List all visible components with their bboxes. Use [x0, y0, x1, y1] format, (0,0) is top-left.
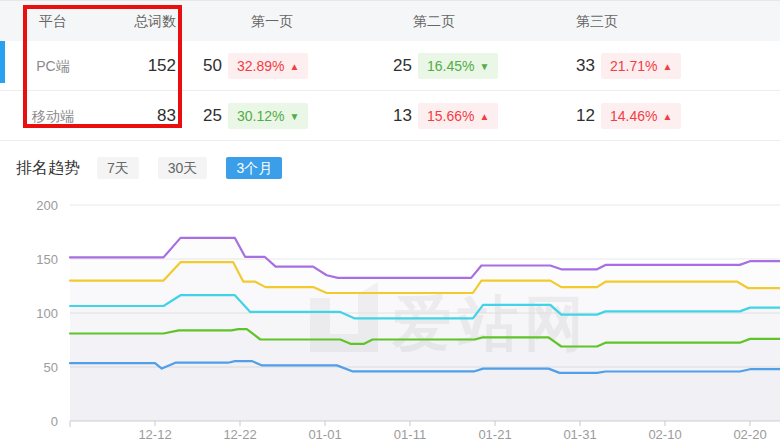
y-axis-label-150: 150 [36, 252, 58, 267]
page-2-count: 25 [366, 41, 412, 91]
y-axis-label-0: 0 [51, 414, 58, 429]
page-2-count: 13 [366, 91, 412, 141]
table-row[interactable]: 移动端832530.12%▼1315.66%▲1214.46%▲ [0, 91, 780, 141]
page-1-count: 25 [176, 91, 222, 141]
table-row[interactable]: PC端1525032.89%▲2516.45%▼3321.71%▲ [0, 41, 780, 91]
total-words-value: 83 [100, 91, 176, 141]
rank-dashboard: 平台 总词数 第一页 第二页 第三页 PC端1525032.89%▲2516.4… [0, 0, 780, 445]
arrow-up-icon: ▲ [662, 61, 672, 72]
arrow-up-icon: ▲ [662, 111, 672, 122]
page-1-change-badge: 30.12%▼ [228, 103, 308, 129]
tab-3-months[interactable]: 3个月 [226, 157, 282, 179]
page-3-change-badge: 21.71%▲ [601, 53, 681, 79]
x-axis-label-02-20: 02-20 [733, 427, 766, 442]
trend-toolbar: 排名趋势 7天 30天 3个月 [0, 142, 780, 194]
page-2-change-badge: 16.45%▼ [418, 53, 498, 79]
platform-label: PC端 [0, 41, 106, 91]
x-axis-label-12-12: 12-12 [138, 427, 171, 442]
col-header-page-2: 第二页 [354, 1, 514, 41]
x-axis-label-12-22: 12-22 [223, 427, 256, 442]
arrow-down-icon: ▼ [289, 111, 299, 122]
trend-title: 排名趋势 [16, 158, 80, 179]
x-axis-label-01-21: 01-21 [478, 427, 511, 442]
arrow-down-icon: ▼ [479, 61, 489, 72]
x-axis-label-01-01: 01-01 [308, 427, 341, 442]
arrow-up-icon: ▲ [479, 111, 489, 122]
page-2-change-badge: 15.66%▲ [418, 103, 498, 129]
y-axis-label-50: 50 [44, 360, 58, 375]
page-3-count: 33 [549, 41, 595, 91]
y-axis-label-200: 200 [36, 198, 58, 213]
platform-label: 移动端 [0, 91, 106, 141]
total-words-value: 152 [100, 41, 176, 91]
col-header-page-1: 第一页 [192, 1, 352, 41]
x-axis-label-02-10: 02-10 [648, 427, 681, 442]
table-header-row: 平台 总词数 第一页 第二页 第三页 [0, 1, 780, 42]
col-header-total-words: 总词数 [100, 1, 176, 41]
col-header-page-3: 第三页 [517, 1, 677, 41]
trend-chart-canvas[interactable]: 05010015020012-1212-2201-0101-1101-2101-… [0, 195, 780, 445]
page-1-change-badge: 32.89%▲ [228, 53, 308, 79]
page-3-change-badge: 14.46%▲ [601, 103, 681, 129]
col-header-platform: 平台 [0, 1, 106, 41]
tab-7-days[interactable]: 7天 [97, 157, 139, 179]
arrow-up-icon: ▲ [289, 61, 299, 72]
x-axis-label-01-11: 01-11 [394, 427, 426, 442]
y-axis-label-100: 100 [36, 306, 58, 321]
page-1-count: 50 [176, 41, 222, 91]
x-axis-label-01-31: 01-31 [563, 427, 596, 442]
page-3-count: 12 [549, 91, 595, 141]
tab-30-days[interactable]: 30天 [158, 157, 208, 179]
